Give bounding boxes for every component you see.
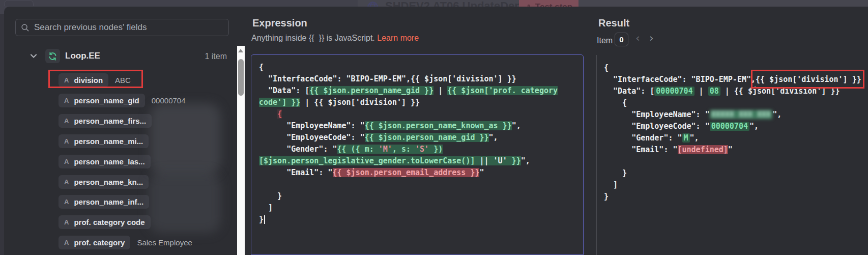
field-name: prof. category code [74, 218, 144, 226]
expression-editor-modal: Loop.EE 1 item AdivisionABCAperson_name_… [4, 7, 868, 255]
field-row-prof-category-code[interactable]: Aprof. category code [59, 215, 151, 229]
code-segment: code'] }} [259, 98, 300, 107]
field-pill[interactable]: Aperson_name_mi... [59, 134, 149, 148]
next-item-icon[interactable]: › [649, 32, 654, 44]
code-segment: "EmployeeName": " [259, 121, 365, 130]
field-row-person-name-firs-[interactable]: Aperson_name_firs... [59, 114, 152, 128]
search-input[interactable] [34, 22, 223, 33]
field-pill[interactable]: Aprof. category code [59, 215, 151, 229]
code-segment: } [604, 168, 627, 178]
code-line: } [604, 191, 866, 203]
field-row-prof-category[interactable]: Aprof. categorySales Employee [59, 236, 192, 249]
code-segment: " [728, 145, 733, 154]
code-segment: "Gender": " [259, 145, 337, 154]
code-line: ] [259, 202, 575, 214]
string-type-icon: A [64, 198, 69, 206]
blurred-value-region [149, 172, 221, 233]
chevron-down-icon[interactable] [30, 52, 38, 60]
string-type-icon: A [64, 178, 69, 186]
code-segment: "EmployeeCode": " [604, 122, 710, 131]
code-segment: "Email": " [604, 145, 678, 154]
code-line: "Gender": "{{ ({ m: 'M', s: 'S' }) [259, 144, 575, 155]
code-segment: "EmployeeCode": " [259, 133, 365, 142]
learn-more-link[interactable]: Learn more [377, 34, 419, 42]
code-segment: 00000704 [654, 87, 694, 96]
code-segment: ", [690, 133, 699, 143]
code-segment: | {{ $json['division'] }} [720, 87, 840, 96]
field-name: prof. category [74, 238, 125, 247]
code-segment: {{ ({ m: [337, 145, 379, 154]
field-pill[interactable]: Aperson_name_kn... [59, 175, 149, 189]
previous-item-icon[interactable]: ‹ [635, 32, 640, 44]
string-type-icon: A [64, 239, 69, 246]
field-pill[interactable]: Aperson_name_gid [59, 94, 145, 107]
code-segment: "InterfaceCode": "BIPO-EMP-EM",{{ $json[… [604, 75, 861, 84]
field-row-person-name-las-[interactable]: Aperson_name_las... [59, 155, 151, 168]
code-line: { [259, 108, 575, 120]
code-segment: | [695, 87, 708, 96]
field-pill[interactable]: Adivision [59, 73, 108, 87]
code-segment: ", [512, 121, 521, 130]
code-segment: {{ $json.person_email_address }} [333, 168, 480, 177]
code-line: { [604, 97, 866, 109]
field-row-person-name-inf-[interactable]: Aperson_name_inf... [59, 195, 149, 209]
result-preview: { "InterfaceCode": "BIPO-EMP-EM",{{ $jso… [604, 62, 866, 203]
field-name: person_name_firs... [74, 117, 146, 125]
field-row-person-name-gid[interactable]: Aperson_name_gid00000704 [59, 94, 186, 107]
code-segment: }) [429, 145, 443, 154]
left-panel-scrollbar[interactable] [237, 46, 245, 255]
code-line: code'] }} | {{ $json['division'] }} [259, 97, 575, 108]
code-segment: }} [507, 156, 521, 165]
code-line: "Gender": "M", [604, 132, 866, 144]
search-box[interactable] [15, 19, 229, 36]
code-segment: "Email": " [259, 168, 333, 177]
code-segment: { [277, 109, 282, 119]
field-pill[interactable]: Aperson_name_inf... [59, 195, 149, 209]
loop-node-icon [45, 49, 60, 63]
field-pill[interactable]: Aperson_name_las... [59, 155, 151, 168]
field-row-person-name-kn-[interactable]: Aperson_name_kn... [59, 175, 149, 189]
string-type-icon: A [64, 137, 69, 145]
field-row-person-name-mi-[interactable]: Aperson_name_mi... [59, 134, 149, 148]
field-name: person_name_mi... [74, 137, 143, 146]
item-index-selector[interactable]: 0 [615, 33, 628, 46]
code-line: "Data": [00000704 | 08 | {{ $json['divis… [604, 86, 866, 97]
code-segment: M [682, 133, 690, 143]
code-line: ] [604, 179, 866, 191]
code-segment: } [604, 192, 609, 201]
code-segment: "Data": [ [604, 87, 654, 96]
string-type-icon: A [64, 76, 69, 84]
string-type-icon: A [64, 117, 69, 125]
background-node-tab [4, 0, 34, 6]
field-name: person_name_gid [74, 96, 139, 105]
field-pill[interactable]: Aperson_name_firs... [59, 114, 152, 128]
code-line: { [259, 62, 575, 73]
code-line: "EmployeeCode": "00000704", [604, 121, 866, 132]
field-name: person_name_las... [74, 157, 144, 166]
tree-node-loop[interactable]: Loop.EE [30, 47, 100, 65]
field-name: person_name_inf... [74, 197, 143, 206]
code-line: "EmployeeName": "XXXXX XXX XXX", [604, 109, 866, 121]
code-line: "Data": [{{ $json.person_name_gid }} | {… [259, 85, 575, 97]
code-segment: "EmployeeName": " [604, 110, 710, 119]
code-segment: XXXXX XXX XXX [710, 110, 772, 119]
field-pill[interactable]: Aprof. category [59, 236, 130, 249]
code-segment: " [479, 168, 484, 177]
scrollbar-thumb[interactable] [238, 59, 244, 96]
string-type-icon: A [64, 218, 69, 226]
code-segment: } [259, 215, 264, 224]
scroll-up-arrow-icon[interactable] [238, 49, 243, 52]
code-segment: {{ $json.person_name_gid }} [309, 86, 433, 95]
code-line [259, 179, 575, 190]
text-cursor [264, 215, 265, 224]
code-segment: "InterfaceCode": "BIPO-EMP-EM",{{ $json[… [259, 74, 516, 83]
code-segment: } [259, 191, 282, 201]
code-segment: 'M' [379, 145, 392, 154]
node-name: Loop.EE [65, 51, 100, 61]
field-row-division[interactable]: AdivisionABC [59, 73, 131, 87]
code-segment: ", [772, 110, 782, 119]
code-line: } [259, 214, 575, 225]
code-line: "InterfaceCode": "BIPO-EMP-EM",{{ $json[… [259, 73, 575, 85]
expression-code-editor[interactable]: { "InterfaceCode": "BIPO-EMP-EM",{{ $jso… [251, 54, 584, 255]
result-panel-title: Result [598, 17, 629, 29]
